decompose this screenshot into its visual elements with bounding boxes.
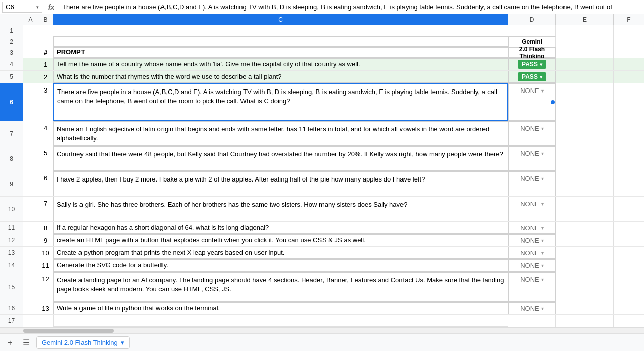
cell-f12[interactable] [614, 234, 644, 246]
cell-c10[interactable]: Sally is a girl. She has three brothers.… [53, 197, 508, 221]
cell-c9[interactable]: I have 2 apples, then I buy 2 more. I ba… [53, 171, 508, 196]
cell-f6[interactable] [614, 83, 644, 121]
cell-f13[interactable] [614, 247, 644, 259]
col-header-f[interactable]: F [614, 14, 644, 25]
cell-b17[interactable] [38, 315, 53, 327]
cell-a11[interactable] [23, 222, 38, 234]
cell-c17[interactable] [53, 315, 508, 327]
cell-b3[interactable]: # [38, 47, 53, 58]
cell-f5[interactable] [614, 71, 644, 83]
none-dropdown[interactable]: NONE ▾ [509, 150, 555, 157]
cell-e15[interactable] [556, 272, 614, 302]
none-dropdown[interactable]: NONE ▾ [509, 125, 555, 132]
cell-reference-box[interactable]: C6 ▾ [2, 2, 42, 13]
none-dropdown[interactable]: NONE ▾ [509, 200, 555, 208]
scroll-thumb[interactable] [23, 329, 114, 333]
pass-dropdown-icon[interactable]: ▾ [540, 74, 542, 80]
cell-d1[interactable] [508, 25, 556, 36]
none-dropdown-icon[interactable]: ▾ [541, 263, 544, 268]
none-dropdown-icon[interactable]: ▾ [541, 238, 544, 243]
cell-a2[interactable] [23, 36, 38, 47]
cell-a15[interactable] [23, 272, 38, 302]
none-dropdown[interactable]: NONE ▾ [509, 305, 555, 312]
cell-d7[interactable]: NONE ▾ [508, 121, 556, 146]
cell-a4[interactable] [23, 58, 38, 70]
cell-f17[interactable] [614, 315, 644, 327]
cell-b14[interactable]: 11 [38, 259, 53, 272]
cell-c5[interactable]: What is the number that rhymes with the … [53, 71, 508, 83]
cell-c4[interactable]: Tell me the name of a country whose name… [53, 58, 508, 70]
cell-b5[interactable]: 2 [38, 71, 53, 83]
none-dropdown-icon[interactable]: ▾ [541, 151, 544, 156]
cell-f3[interactable] [614, 47, 644, 58]
cell-d12[interactable]: NONE ▾ [508, 234, 556, 246]
cell-f8[interactable] [614, 146, 644, 171]
sheet-tab-dropdown-icon[interactable]: ▾ [121, 339, 124, 346]
cell-a17[interactable] [23, 315, 38, 327]
cell-e10[interactable] [556, 197, 614, 221]
sheets-menu-button[interactable]: ☰ [20, 337, 32, 349]
cell-c6[interactable]: There are five people in a house (A,B,C,… [53, 83, 508, 121]
col-header-a[interactable]: A [23, 14, 38, 25]
cell-e5[interactable] [556, 71, 614, 83]
none-dropdown[interactable]: NONE ▾ [509, 87, 555, 95]
cell-b2[interactable] [38, 36, 53, 47]
cell-d5[interactable]: PASS ▾ [508, 71, 556, 83]
cell-d14[interactable]: NONE ▾ [508, 259, 556, 272]
none-dropdown-icon[interactable]: ▾ [541, 250, 544, 256]
cell-a16[interactable] [23, 302, 38, 314]
none-dropdown[interactable]: NONE ▾ [509, 224, 555, 232]
none-dropdown-icon[interactable]: ▾ [541, 225, 544, 231]
cell-d11[interactable]: NONE ▾ [508, 222, 556, 234]
cell-a8[interactable] [23, 146, 38, 171]
cell-b4[interactable]: 1 [38, 58, 53, 70]
cell-a14[interactable] [23, 259, 38, 272]
formula-input[interactable] [60, 2, 642, 13]
none-dropdown[interactable]: NONE ▾ [509, 175, 555, 183]
horizontal-scrollbar[interactable] [0, 327, 644, 333]
cell-e17[interactable] [556, 315, 614, 327]
pass-dropdown-icon[interactable]: ▾ [540, 62, 542, 67]
none-dropdown-icon[interactable]: ▾ [541, 176, 544, 182]
cell-f2[interactable] [614, 36, 644, 47]
col-header-b[interactable]: B [38, 14, 53, 25]
cell-e13[interactable] [556, 247, 614, 259]
cell-a13[interactable] [23, 247, 38, 259]
cell-e6[interactable] [556, 83, 614, 121]
cell-a1[interactable] [23, 25, 38, 36]
cell-b7[interactable]: 4 [38, 121, 53, 146]
none-dropdown[interactable]: NONE ▾ [509, 249, 555, 257]
cell-b1[interactable] [38, 25, 53, 36]
none-dropdown[interactable]: NONE ▾ [509, 262, 555, 269]
cell-e8[interactable] [556, 146, 614, 171]
none-dropdown-icon[interactable]: ▾ [541, 126, 544, 131]
cell-e12[interactable] [556, 234, 614, 246]
cell-c14[interactable]: Generate the SVG code for a butterfly. [53, 259, 508, 272]
cell-c8[interactable]: Courtney said that there were 48 people,… [53, 146, 508, 171]
cell-c12[interactable]: create an HTML page with a button that e… [53, 234, 508, 246]
cell-b11[interactable]: 8 [38, 222, 53, 234]
cell-d9[interactable]: NONE ▾ [508, 171, 556, 196]
none-dropdown-icon[interactable]: ▾ [541, 88, 544, 94]
cell-a10[interactable] [23, 197, 38, 221]
col-header-c[interactable]: C [53, 14, 508, 25]
none-dropdown[interactable]: NONE ▾ [509, 276, 555, 283]
cell-f1[interactable] [614, 25, 644, 36]
cell-e9[interactable] [556, 171, 614, 196]
cell-c7[interactable]: Name an English adjective of latin origi… [53, 121, 508, 146]
cell-a9[interactable] [23, 171, 38, 196]
cell-f7[interactable] [614, 121, 644, 146]
none-dropdown-icon[interactable]: ▾ [541, 306, 544, 311]
cell-e1[interactable] [556, 25, 614, 36]
cell-d16[interactable]: NONE ▾ [508, 302, 556, 314]
cell-e7[interactable] [556, 121, 614, 146]
cell-d13[interactable]: NONE ▾ [508, 247, 556, 259]
cell-c16[interactable]: Write a game of life in python that work… [53, 302, 508, 314]
cell-f16[interactable] [614, 302, 644, 314]
cell-d3[interactable]: 2.0 Flash Thinking [508, 47, 556, 58]
cell-a7[interactable] [23, 121, 38, 146]
cell-a12[interactable] [23, 234, 38, 246]
cell-e11[interactable] [556, 222, 614, 234]
cell-f4[interactable] [614, 58, 644, 70]
cell-b15[interactable]: 12 [38, 272, 53, 302]
